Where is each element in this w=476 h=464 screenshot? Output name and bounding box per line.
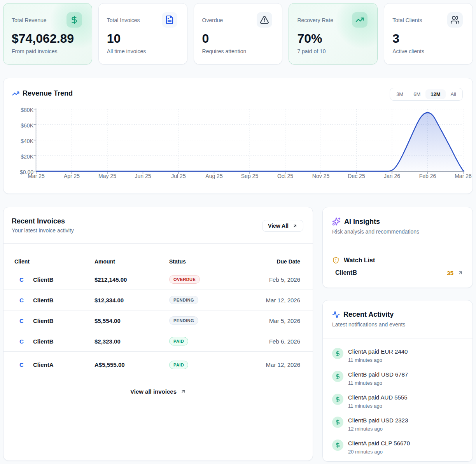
svg-text:Dec 25: Dec 25 xyxy=(348,173,365,179)
svg-text:Oct 25: Oct 25 xyxy=(277,173,293,179)
svg-text:$40K: $40K xyxy=(21,138,33,144)
svg-text:May 25: May 25 xyxy=(98,173,116,179)
svg-text:Mar 25: Mar 25 xyxy=(28,173,45,179)
svg-text:Jun 25: Jun 25 xyxy=(135,173,151,179)
svg-text:Mar 26: Mar 26 xyxy=(455,173,472,179)
svg-text:Nov 25: Nov 25 xyxy=(312,173,330,179)
svg-text:$60K: $60K xyxy=(21,122,33,129)
svg-text:Sep 25: Sep 25 xyxy=(241,173,259,179)
svg-text:Apr 25: Apr 25 xyxy=(64,173,80,179)
svg-text:Aug 25: Aug 25 xyxy=(205,173,223,179)
svg-text:$80K: $80K xyxy=(21,107,33,113)
svg-text:Jul 25: Jul 25 xyxy=(171,173,186,179)
svg-text:Feb 26: Feb 26 xyxy=(419,173,436,179)
svg-text:$20K: $20K xyxy=(21,154,33,160)
svg-text:Jan 26: Jan 26 xyxy=(384,173,400,179)
